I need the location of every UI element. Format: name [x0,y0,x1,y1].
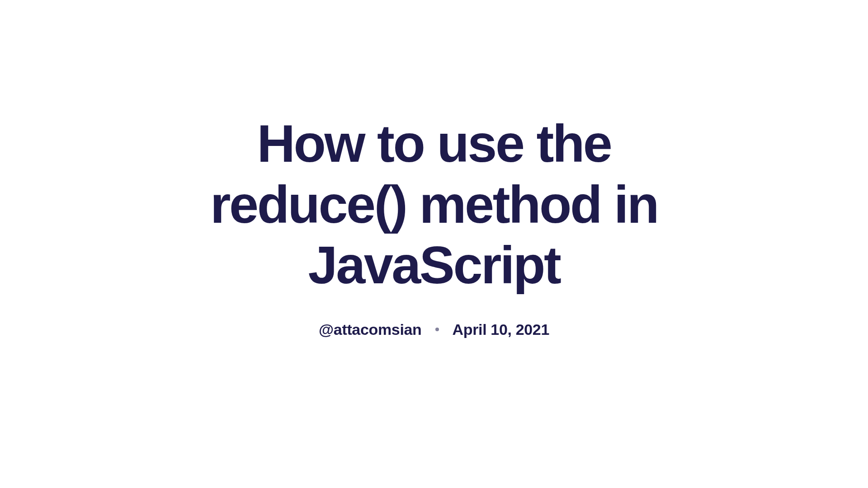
article-title: How to use the reduce() method in JavaSc… [185,113,683,296]
author-handle: @attacomsian [319,321,421,338]
article-meta: @attacomsian April 10, 2021 [319,321,549,338]
article-date: April 10, 2021 [453,321,549,338]
dot-separator-icon [435,328,439,331]
